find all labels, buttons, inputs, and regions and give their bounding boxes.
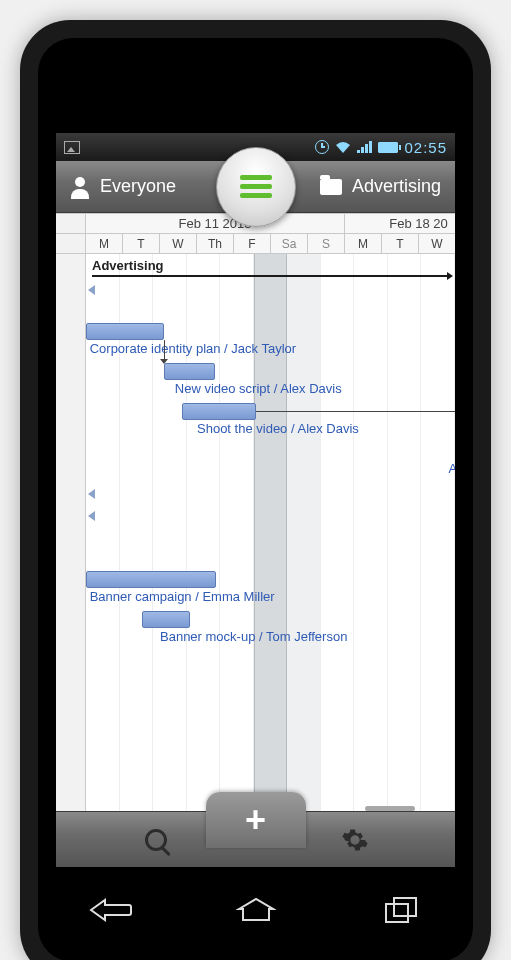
day-label: W <box>160 234 197 253</box>
settings-button[interactable] <box>315 826 395 854</box>
bottom-toolbar: + <box>56 811 455 867</box>
day-label: Sa <box>271 234 308 253</box>
wifi-icon <box>335 141 351 153</box>
task-bar[interactable] <box>182 403 256 420</box>
collapse-icon[interactable] <box>88 285 95 295</box>
app-header: Everyone Advertising <box>56 161 455 213</box>
home-icon <box>236 897 276 923</box>
group-underline <box>92 275 449 277</box>
app-screen: 02:55 Everyone Advertising <box>56 133 455 867</box>
spacer-row <box>86 279 455 301</box>
add-button[interactable]: + <box>206 792 306 848</box>
day-label: T <box>382 234 419 253</box>
day-label: S <box>308 234 345 253</box>
back-button[interactable] <box>81 892 141 928</box>
header-left-label: Everyone <box>100 176 176 197</box>
alarm-icon <box>315 140 329 154</box>
timeline-gutter <box>56 214 86 233</box>
recent-apps-button[interactable] <box>371 892 431 928</box>
task-label: New video script / Alex Davis <box>175 381 342 396</box>
gantt-body[interactable]: Advertising Corporate identity plan / Ja… <box>56 254 455 811</box>
task-label: Shoot the video / Alex Davis <box>197 421 359 436</box>
back-icon <box>89 898 133 922</box>
battery-icon <box>378 142 398 153</box>
search-button[interactable] <box>116 829 196 851</box>
menu-icon-bar <box>240 175 272 180</box>
task-label: Annual Con <box>449 461 455 476</box>
task-row[interactable]: Banner campaign / Emma Miller <box>86 571 455 611</box>
day-label: Th <box>197 234 234 253</box>
phone-frame: 02:55 Everyone Advertising <box>20 20 491 960</box>
svg-rect-0 <box>386 904 408 922</box>
task-bar[interactable] <box>164 363 216 380</box>
task-row[interactable]: Annual Con <box>86 443 455 483</box>
home-button[interactable] <box>226 892 286 928</box>
day-label: W <box>419 234 455 253</box>
task-bar[interactable] <box>142 611 190 628</box>
task-label: Corporate identity plan / Jack Taylor <box>90 341 296 356</box>
spacer-row <box>86 527 455 549</box>
collapse-icon[interactable] <box>88 489 95 499</box>
status-left <box>64 141 80 154</box>
collapse-icon[interactable] <box>88 511 95 521</box>
week-label: Feb 18 20 <box>345 214 455 233</box>
task-row[interactable]: Corporate identity plan / Jack Taylor <box>86 323 455 363</box>
task-label: Banner mock-up / Tom Jefferson <box>160 629 347 644</box>
task-bar[interactable] <box>86 323 164 340</box>
cell-signal-icon <box>357 141 372 153</box>
person-icon <box>70 177 90 197</box>
menu-button[interactable] <box>216 147 296 227</box>
menu-icon-bar <box>240 184 272 189</box>
task-bar[interactable] <box>86 571 216 588</box>
task-label: Banner campaign / Emma Miller <box>90 589 275 604</box>
group-title: Advertising <box>92 258 164 273</box>
day-label: F <box>234 234 271 253</box>
task-row[interactable]: New video script / Alex Davis <box>86 363 455 403</box>
task-row[interactable]: Shoot the video / Alex Davis <box>86 403 455 443</box>
task-row[interactable]: Banner mock-up / Tom Jefferson <box>86 611 455 651</box>
search-icon <box>145 829 167 851</box>
day-label: T <box>123 234 160 253</box>
scrollbar-thumb[interactable] <box>365 806 415 811</box>
spacer-row <box>86 301 455 323</box>
plus-icon: + <box>245 802 266 838</box>
timeline-day-row: MTWThFSaSMTWTh <box>56 234 455 254</box>
header-right-label: Advertising <box>352 176 441 197</box>
week-label: Feb 11 2013 <box>86 214 345 233</box>
svg-rect-1 <box>394 898 416 916</box>
timeline-gutter <box>56 234 86 253</box>
android-nav-bar <box>38 882 473 937</box>
menu-icon-bar <box>240 193 272 198</box>
gear-icon <box>341 826 369 854</box>
recent-apps-icon <box>384 896 418 924</box>
image-notification-icon <box>64 141 80 154</box>
gantt-gutter <box>56 254 86 811</box>
day-label: M <box>86 234 123 253</box>
spacer-row <box>86 483 455 505</box>
group-header[interactable]: Advertising <box>86 254 455 275</box>
status-clock: 02:55 <box>404 139 447 156</box>
spacer-row <box>86 549 455 571</box>
phone-inner: 02:55 Everyone Advertising <box>38 38 473 960</box>
folder-icon <box>320 179 342 195</box>
day-label: M <box>345 234 382 253</box>
spacer-row <box>86 505 455 527</box>
dependency-line <box>256 411 455 412</box>
